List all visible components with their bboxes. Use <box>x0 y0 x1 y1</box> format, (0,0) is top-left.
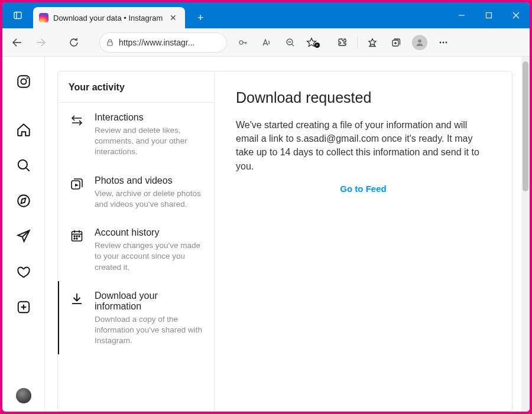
sidebar-item-download-info[interactable]: Download your information Download a cop… <box>58 281 214 355</box>
svg-point-23 <box>418 39 421 43</box>
collections-button[interactable] <box>385 31 407 54</box>
page-viewport: Your activity Interactions Review and de… <box>2 57 530 412</box>
sidebar-header: Your activity <box>58 71 214 103</box>
svg-point-50 <box>76 238 77 239</box>
vertical-scrollbar[interactable] <box>521 57 530 412</box>
explore-nav-icon[interactable] <box>9 187 38 215</box>
sidebar-item-interactions[interactable]: Interactions Review and delete likes, co… <box>58 103 214 166</box>
forward-button[interactable] <box>30 31 52 54</box>
messages-nav-icon[interactable] <box>9 222 38 250</box>
svg-point-49 <box>74 238 75 239</box>
sidebar-item-desc: Review changes you've made to your accou… <box>95 240 206 273</box>
create-nav-icon[interactable] <box>9 293 38 321</box>
svg-rect-3 <box>486 13 492 18</box>
tab-title: Download your data • Instagram <box>53 14 163 22</box>
minimize-button[interactable] <box>448 5 475 26</box>
svg-line-16 <box>292 44 294 46</box>
more-button[interactable] <box>432 31 455 54</box>
interactions-icon <box>70 112 85 158</box>
browser-tab[interactable]: Download your data • Instagram ✕ <box>33 7 185 28</box>
tab-actions-button[interactable] <box>6 2 30 28</box>
download-icon <box>70 291 85 347</box>
zoom-out-icon[interactable] <box>279 31 301 54</box>
sidebar-item-title: Download your information <box>95 291 206 312</box>
svg-point-46 <box>74 236 75 237</box>
profile-button[interactable] <box>408 31 431 54</box>
activity-card: Your activity Interactions Review and de… <box>57 71 512 412</box>
read-aloud-icon[interactable] <box>255 31 278 54</box>
svg-line-31 <box>26 168 29 171</box>
new-tab-button[interactable]: + <box>190 7 211 28</box>
sidebar-item-photos-videos[interactable]: Photos and videos View, archive or delet… <box>58 166 214 218</box>
scrollbar-thumb[interactable] <box>523 61 528 191</box>
favorites-button[interactable]: + <box>303 31 325 54</box>
refresh-button[interactable] <box>63 31 85 54</box>
svg-marker-18 <box>369 38 376 45</box>
toolbar-separator <box>357 36 358 49</box>
svg-point-25 <box>443 41 445 43</box>
calendar-icon <box>70 227 85 273</box>
instagram-nav-rail <box>2 57 45 412</box>
sidebar-item-account-history[interactable]: Account history Review changes you've ma… <box>58 218 214 281</box>
main-panel: Download requested We've started creatin… <box>215 71 512 411</box>
instagram-logo-icon[interactable] <box>9 67 38 96</box>
svg-rect-27 <box>18 76 30 87</box>
svg-marker-41 <box>75 184 79 187</box>
svg-point-32 <box>18 195 30 207</box>
avatar-icon <box>412 35 427 50</box>
sidebar-item-title: Account history <box>95 227 206 238</box>
svg-point-24 <box>440 41 442 43</box>
sidebar-item-title: Interactions <box>95 112 206 123</box>
browser-window: Download your data • Instagram ✕ + <box>2 2 530 412</box>
window-close-button[interactable] <box>502 5 530 26</box>
home-nav-icon[interactable] <box>9 116 38 144</box>
lock-icon <box>106 38 114 47</box>
page-content: Your activity Interactions Review and de… <box>45 57 530 412</box>
browser-toolbar: https://www.instagr... + <box>2 28 530 57</box>
svg-point-30 <box>18 160 27 169</box>
back-button[interactable] <box>6 31 28 54</box>
maximize-button[interactable] <box>475 5 502 26</box>
url-text: https://www.instagr... <box>119 38 220 47</box>
svg-point-48 <box>79 236 80 237</box>
page-heading: Download requested <box>236 89 491 106</box>
profile-nav-icon[interactable] <box>16 388 31 403</box>
extensions-button[interactable] <box>331 31 353 54</box>
sidebar-item-desc: Review and delete likes, comments, and y… <box>95 125 206 158</box>
close-tab-button[interactable]: ✕ <box>167 12 179 24</box>
sidebar-item-desc: Download a copy of the information you'v… <box>95 314 206 347</box>
svg-marker-33 <box>21 198 25 204</box>
favorites-list-button[interactable] <box>361 31 384 54</box>
photos-videos-icon <box>70 175 85 210</box>
address-bar[interactable]: https://www.instagr... <box>99 32 227 53</box>
instagram-favicon-icon <box>39 13 48 22</box>
sidebar-item-title: Photos and videos <box>95 175 206 186</box>
page-body-text: We've started creating a file of your in… <box>236 118 491 173</box>
activity-sidebar: Your activity Interactions Review and de… <box>58 71 215 411</box>
svg-rect-0 <box>14 12 21 19</box>
svg-point-29 <box>26 77 27 79</box>
search-nav-icon[interactable] <box>9 151 38 180</box>
svg-point-26 <box>446 41 447 43</box>
titlebar: Download your data • Instagram ✕ + <box>2 2 530 28</box>
sidebar-item-desc: View, archive or delete photos and video… <box>95 188 206 210</box>
svg-point-28 <box>21 79 26 84</box>
password-icon[interactable] <box>232 31 254 54</box>
svg-rect-8 <box>108 42 112 45</box>
notifications-nav-icon[interactable] <box>9 257 38 286</box>
svg-point-9 <box>239 41 243 44</box>
svg-point-47 <box>76 236 77 237</box>
go-to-feed-link[interactable]: Go to Feed <box>236 184 491 194</box>
